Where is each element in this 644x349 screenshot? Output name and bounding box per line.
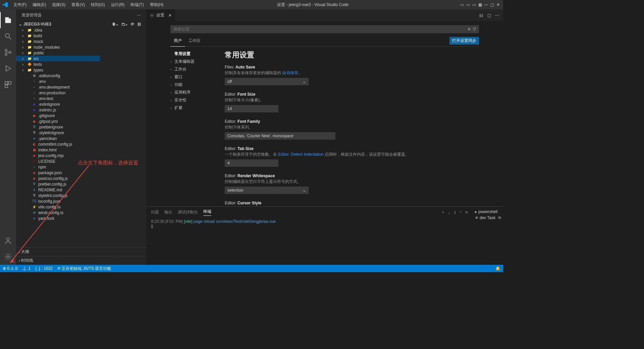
new-file-icon[interactable]: 🗎₊: [112, 22, 118, 27]
terminal-close-icon[interactable]: ✕: [465, 210, 468, 215]
outline-section[interactable]: › 大纲: [16, 247, 146, 256]
status-notifications-icon[interactable]: 🔔: [495, 266, 500, 271]
folder-mock[interactable]: ›📁mock: [16, 39, 146, 44]
activity-account[interactable]: [0, 233, 16, 249]
menu-help[interactable]: 帮助(H): [147, 1, 166, 9]
render-whitespace-select[interactable]: selection⌄: [225, 187, 309, 194]
status-ports[interactable]: ⚓ 1: [22, 266, 31, 271]
file-.env.test[interactable]: ▫.env.test: [16, 96, 146, 101]
font-size-input[interactable]: [225, 105, 278, 112]
detect-indent-link[interactable]: Editor: Detect Indentation: [278, 152, 323, 157]
terminal-new-icon[interactable]: +: [442, 210, 444, 215]
open-new-window-icon[interactable]: ▢: [487, 13, 491, 18]
settings-scope-user[interactable]: 用户: [170, 35, 185, 47]
new-folder-icon[interactable]: 🗀₊: [121, 22, 127, 27]
file-.gitpod.yml[interactable]: ◆.gitpod.yml: [16, 118, 146, 124]
layout-customize-icon[interactable]: ▦: [478, 2, 482, 7]
file-.yarnclean[interactable]: ●.yarnclean: [16, 136, 146, 141]
menu-view[interactable]: 查看(V): [69, 1, 88, 9]
settings-sync-button[interactable]: 打开设置同步: [449, 37, 479, 45]
file-LICENSE[interactable]: ©LICENSE: [16, 158, 146, 164]
file-.gitignore[interactable]: ◆.gitignore: [16, 113, 146, 118]
tab-size-input[interactable]: [225, 159, 278, 167]
timeline-section[interactable]: › 时间线: [16, 256, 146, 265]
file-.prettierignore[interactable]: ∇.prettierignore: [16, 124, 146, 130]
file-package.json[interactable]: ◆package.json: [16, 170, 146, 176]
status-lines[interactable]: { .} : 1022: [35, 266, 52, 271]
folder-types[interactable]: ›📁types: [16, 67, 146, 73]
layout-toggle-left-icon[interactable]: ▭: [460, 2, 464, 7]
toc-常用设置[interactable]: 常用设置: [170, 50, 217, 58]
file-commitlint.config.js[interactable]: ◐commitlint.config.js: [16, 141, 146, 147]
filter-icon[interactable]: ▽: [473, 27, 476, 32]
folder-.idea[interactable]: ›📁.idea: [16, 27, 146, 33]
file-tsconfig.json[interactable]: TStsconfig.json: [16, 198, 146, 204]
activity-explorer[interactable]: [0, 12, 16, 28]
panel-tab-output[interactable]: 输出: [164, 209, 172, 215]
file-windi.config.ts[interactable]: ≋windi.config.ts: [16, 210, 146, 215]
file-.eslintignore[interactable]: ◆.eslintignore: [16, 101, 146, 107]
activity-scm[interactable]: [0, 44, 16, 60]
file-npm[interactable]: ▫npm: [16, 164, 146, 170]
terminal-dropdown-icon[interactable]: ⌄: [447, 210, 451, 215]
panel-tab-terminal[interactable]: 终端: [203, 209, 211, 216]
project-name[interactable]: JEECG3-VUE3: [23, 22, 51, 27]
menu-go[interactable]: 转到(G): [88, 1, 107, 9]
folder-public[interactable]: ›📁public: [16, 50, 146, 56]
window-close-icon[interactable]: ✕: [496, 2, 500, 7]
toc-安全性[interactable]: ›安全性: [170, 96, 217, 104]
panel-tab-debug[interactable]: 调试控制台: [178, 209, 198, 215]
menu-run[interactable]: 运行(R): [108, 1, 127, 9]
menu-file[interactable]: 文件(F): [11, 1, 29, 9]
window-minimize-icon[interactable]: —: [484, 2, 488, 7]
terminal-split-icon[interactable]: ⫿: [454, 210, 456, 215]
file-jest.config.mjs[interactable]: ◆jest.config.mjs: [16, 153, 146, 158]
file-.env.development[interactable]: ▫.env.development: [16, 84, 146, 90]
settings-scope-workspace[interactable]: 工作区: [185, 35, 204, 46]
file-.stylelintignore[interactable]: ∇.stylelintignore: [16, 130, 146, 136]
tab-close-icon[interactable]: ✕: [168, 13, 172, 18]
window-maximize-icon[interactable]: ▢: [490, 2, 494, 7]
folder-tests[interactable]: ›🔶tests: [16, 61, 146, 67]
auto-save-select[interactable]: off⌄: [225, 78, 309, 85]
settings-search[interactable]: ≡ ▽: [170, 25, 479, 33]
terminal-item-powershell[interactable]: ▸powershell: [475, 209, 501, 215]
terminal-item-dev[interactable]: ✕dev Task⟲: [475, 215, 501, 221]
menu-selection[interactable]: 选择(S): [49, 1, 68, 9]
file-.editorconfig[interactable]: ⚙.editorconfig: [16, 73, 146, 79]
file-README.md[interactable]: ℹREADME.md: [16, 187, 146, 193]
terminal-output[interactable]: 9:20:30 |F10: PM| [vite] page reload src…: [146, 218, 473, 265]
split-editor-icon[interactable]: ⫿⫿: [479, 13, 483, 18]
status-ts-loading[interactable]: ⟳ 正在初始化 JS/TS 语言功能: [57, 266, 111, 271]
folder-build[interactable]: ›📁build: [16, 33, 146, 39]
file-yarn.lock[interactable]: ●yarn.lock: [16, 215, 146, 221]
toc-扩展[interactable]: ›扩展: [170, 104, 217, 112]
file-index.html[interactable]: ▣index.html: [16, 147, 146, 153]
terminal-maximize-icon[interactable]: ^: [460, 210, 462, 215]
file-postcss.config.js[interactable]: ◆postcss.config.js: [16, 176, 146, 181]
activity-extensions[interactable]: [0, 77, 16, 93]
panel-tab-problems[interactable]: 问题: [151, 209, 159, 215]
toc-文本编辑器[interactable]: ›文本编辑器: [170, 58, 217, 65]
toc-功能[interactable]: ›功能: [170, 81, 217, 89]
chevron-down-icon[interactable]: ⌄: [19, 22, 22, 27]
file-.eslintrc.js[interactable]: ◆.eslintrc.js: [16, 107, 146, 113]
settings-search-input[interactable]: [173, 27, 468, 32]
folder-src[interactable]: ›📁src: [16, 56, 100, 61]
folder-node_modules[interactable]: ›📁node_modules: [16, 44, 146, 50]
file-vite.config.ts[interactable]: ⚡vite.config.ts: [16, 204, 146, 210]
status-problems[interactable]: ⊗ 0 ⚠ 0: [3, 266, 17, 271]
file-.env[interactable]: ▫.env: [16, 79, 146, 84]
collapse-icon[interactable]: ⊟: [138, 22, 141, 27]
file-stylelint.config.js[interactable]: ∇stylelint.config.js: [16, 193, 146, 198]
layout-toggle-right-icon[interactable]: ▭: [472, 2, 476, 7]
auto-save-link[interactable]: 自动保存: [282, 70, 298, 75]
file-.env.production[interactable]: ▫.env.production: [16, 90, 146, 96]
menu-terminal[interactable]: 终端(T): [128, 1, 146, 9]
font-family-input[interactable]: [225, 132, 335, 140]
activity-debug[interactable]: [0, 60, 16, 77]
clear-search-icon[interactable]: ≡: [468, 27, 470, 32]
explorer-more-icon[interactable]: ⋯: [137, 13, 141, 18]
toc-工作台[interactable]: ›工作台: [170, 65, 217, 73]
menu-edit[interactable]: 编辑(E): [30, 1, 49, 9]
